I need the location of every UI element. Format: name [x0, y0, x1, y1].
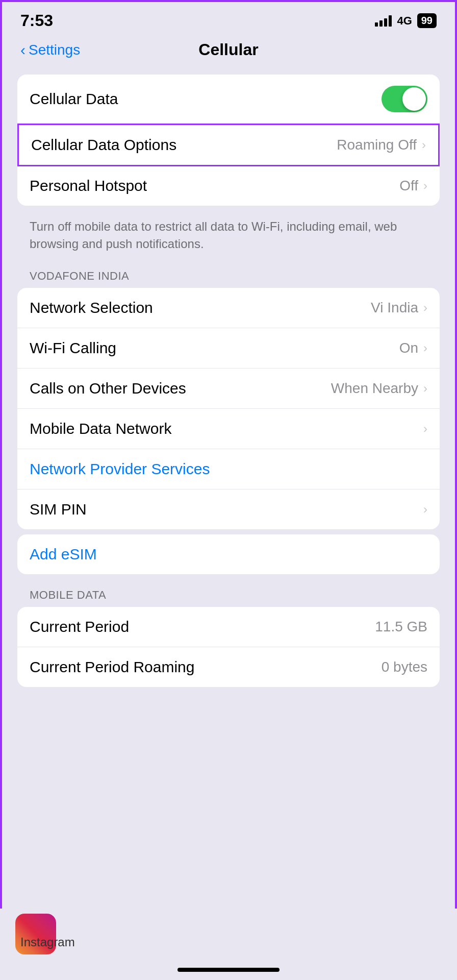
status-time: 7:53	[20, 11, 53, 30]
app-icon-strip: Instagram	[15, 914, 56, 954]
instagram-label: Instagram	[20, 909, 75, 949]
cellular-data-toggle[interactable]	[382, 86, 427, 112]
main-settings-group: Cellular Data Cellular Data Options Roam…	[17, 75, 440, 206]
chevron-left-icon: ‹	[20, 41, 26, 59]
mobile-data-network-row[interactable]: Mobile Data Network ›	[17, 409, 440, 449]
chevron-right-icon: ›	[422, 138, 426, 152]
network-type: 4G	[397, 14, 412, 28]
chevron-right-icon: ›	[423, 502, 427, 517]
wifi-calling-right: On ›	[399, 340, 427, 356]
sim-pin-right: ›	[423, 502, 427, 517]
toggle-knob	[402, 87, 426, 111]
network-selection-right: Vi India ›	[371, 300, 427, 316]
personal-hotspot-label: Personal Hotspot	[30, 177, 147, 194]
network-selection-value: Vi India	[371, 300, 418, 316]
status-icons: 4G 99	[375, 13, 437, 28]
calls-other-devices-row[interactable]: Calls on Other Devices When Nearby ›	[17, 369, 440, 409]
bottom-app-strip: Instagram	[0, 909, 457, 980]
vodafone-settings-group: Network Selection Vi India › Wi-Fi Calli…	[17, 288, 440, 529]
personal-hotspot-value: Off	[399, 178, 418, 194]
cellular-data-options-label: Cellular Data Options	[31, 136, 176, 154]
cellular-data-row[interactable]: Cellular Data	[17, 75, 440, 124]
home-indicator	[177, 968, 280, 972]
sim-pin-row[interactable]: SIM PIN ›	[17, 489, 440, 529]
chevron-right-icon: ›	[423, 341, 427, 355]
page-title: Cellular	[198, 40, 258, 59]
network-provider-services-label: Network Provider Services	[30, 460, 210, 478]
cellular-data-label: Cellular Data	[30, 90, 118, 108]
current-period-label: Current Period	[30, 618, 129, 635]
mobile-data-network-label: Mobile Data Network	[30, 420, 171, 437]
current-period-roaming-row[interactable]: Current Period Roaming 0 bytes	[17, 647, 440, 687]
calls-other-devices-label: Calls on Other Devices	[30, 380, 186, 397]
status-bar: 7:53 4G 99	[2, 2, 455, 35]
add-esim-label: Add eSIM	[30, 546, 97, 562]
chevron-right-icon: ›	[423, 179, 427, 193]
wifi-calling-value: On	[399, 340, 418, 356]
current-period-right: 11.5 GB	[375, 619, 427, 635]
network-selection-label: Network Selection	[30, 299, 153, 316]
vodafone-section-header: VODAFONE INDIA	[17, 262, 440, 288]
chevron-right-icon: ›	[423, 381, 427, 396]
settings-content: Cellular Data Cellular Data Options Roam…	[2, 69, 455, 697]
mobile-data-network-right: ›	[423, 422, 427, 436]
sim-pin-label: SIM PIN	[30, 501, 87, 518]
wifi-calling-row[interactable]: Wi-Fi Calling On ›	[17, 328, 440, 369]
back-button[interactable]: ‹ Settings	[20, 41, 80, 59]
current-period-value: 11.5 GB	[375, 619, 427, 635]
personal-hotspot-right: Off ›	[399, 178, 427, 194]
cellular-data-options-value: Roaming Off	[337, 137, 417, 153]
mobile-data-group: Current Period 11.5 GB Current Period Ro…	[17, 607, 440, 687]
calls-other-devices-right: When Nearby ›	[331, 380, 427, 397]
current-period-roaming-label: Current Period Roaming	[30, 658, 194, 676]
chevron-right-icon: ›	[423, 301, 427, 315]
battery-icon: 99	[417, 13, 437, 28]
nav-bar: ‹ Settings Cellular	[2, 35, 455, 69]
mobile-data-section-header: MOBILE DATA	[17, 581, 440, 607]
back-label: Settings	[29, 42, 80, 58]
current-period-roaming-value: 0 bytes	[382, 659, 427, 675]
signal-bars-icon	[375, 15, 392, 27]
personal-hotspot-row[interactable]: Personal Hotspot Off ›	[17, 166, 440, 206]
cellular-data-options-right: Roaming Off ›	[337, 137, 426, 153]
section-description: Turn off mobile data to restrict all dat…	[17, 211, 440, 262]
cellular-data-options-row[interactable]: Cellular Data Options Roaming Off ›	[17, 124, 440, 166]
calls-other-devices-value: When Nearby	[331, 380, 418, 397]
wifi-calling-label: Wi-Fi Calling	[30, 339, 116, 357]
network-selection-row[interactable]: Network Selection Vi India ›	[17, 288, 440, 328]
add-esim-group[interactable]: Add eSIM	[17, 534, 440, 574]
current-period-roaming-right: 0 bytes	[382, 659, 427, 675]
network-provider-services-row[interactable]: Network Provider Services	[17, 449, 440, 489]
current-period-row[interactable]: Current Period 11.5 GB	[17, 607, 440, 647]
chevron-right-icon: ›	[423, 422, 427, 436]
